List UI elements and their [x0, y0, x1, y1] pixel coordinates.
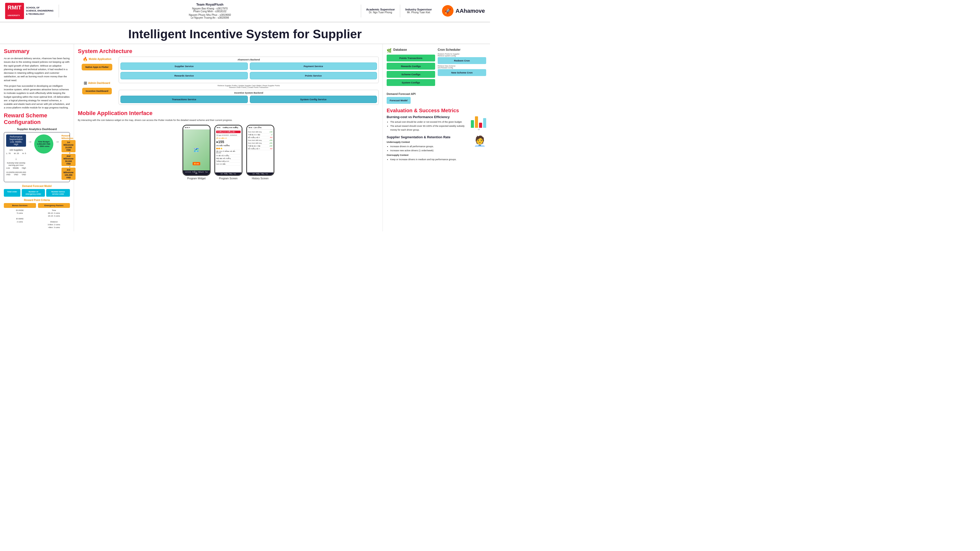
bar-2 — [475, 116, 478, 128]
rmit-badge: RMIT UNIVERSITY — [5, 3, 24, 19]
lmh-value-bar: Low Middle High — [6, 167, 26, 169]
chart-bars — [471, 115, 486, 128]
phone-header-program: 18:51 Chương trình thưởng — [215, 125, 242, 130]
rmit-logo: RMIT UNIVERSITY SCHOOL OF SCIENCE, ENGIN… — [5, 3, 54, 19]
bar-1 — [471, 120, 474, 128]
reward-scheme-title: Reward Scheme Configuration — [4, 112, 70, 125]
segmentation-area: Supplier Segmentation & Retention Rate U… — [387, 135, 486, 163]
phone-list-history: Hoàn thành đơn hàng+163 Thiết lập tài vi… — [247, 130, 274, 172]
phone-list-program: Chương trình thưởng tuần Từ ngày 02/19/2… — [215, 130, 242, 172]
new-scheme-cron-box: New Scheme Cron — [438, 69, 486, 76]
leaf-icon: 🌿 — [387, 48, 392, 53]
cron-section: Cron Scheduler Redeem Points for Supplie… — [438, 48, 486, 86]
ahamove-icon: 🚀 — [442, 5, 453, 17]
arch-title: System Architecture — [78, 48, 379, 55]
mobile-title: Mobile Application Interface — [78, 110, 379, 117]
bar-4 — [483, 118, 486, 128]
mobile-interface-section: Mobile Application Interface By interact… — [78, 110, 379, 180]
history-item-5: Hoàn thành đơn hàng+300 — [248, 142, 272, 144]
program-item-1: Từ ngày 02/19/2023 - 20/09/2023 — [216, 134, 241, 137]
cron-note-text-1: Redeem Points for SupplierRetrieve syste… — [438, 53, 486, 57]
program-coin-count: ●155 — [216, 140, 241, 144]
phone-screen-widget: 18:51 ▾ 🗺️ 🪙 155 Lịch trình Phổng Thống … — [183, 125, 210, 175]
bonus-services-items: EV-RIDE5 coinsEV-BIKE2 coins — [4, 209, 36, 223]
history-item-7: Đổi thưởng mốc 4-400 — [248, 148, 272, 150]
demand-forecast: Demand Forecast Model Total order Number… — [4, 185, 70, 197]
demand-api-section: Demand Forecast API Forecast Model — [387, 92, 486, 104]
phone-header-history: 18:51 Lịch sử Xu — [247, 125, 274, 130]
redeem-cron-box: Redeem Cron — [438, 57, 486, 64]
forecast-box-2: Number of emergency order — [22, 189, 45, 197]
bonus-services-box: Bonus Services — [4, 203, 36, 208]
phone-widget: 18:51 ▾ 🗺️ 🪙 155 Lịch trình Phổng Thống … — [183, 125, 210, 176]
reward-milestones: 1st Milestone 10,000 VND 2nd Milestone 5… — [62, 140, 76, 180]
segmentation-title: Supplier Segmentation & Retention Rate — [387, 135, 471, 139]
ahamove-logo: 🚀 AAhamove — [442, 5, 485, 17]
left-column: Summary As an on-demand delivery service… — [0, 44, 74, 231]
cron-note-2: Retrieve New Schemeand Reward Config New… — [438, 65, 486, 76]
vnd-label-row: VND VND VND — [6, 173, 26, 176]
incentive-backend-grid: Transactions Service System Config Servi… — [121, 96, 377, 103]
phone-screen-history: 18:51 Lịch sử Xu Hoàn thành đơn hàng+163… — [247, 125, 274, 175]
right-column: 🌿 Database Points Transactions Rewards C… — [383, 44, 490, 231]
subsidy-label: Subsidy total weekly earning-per-hour — [6, 162, 26, 166]
phone-history: 18:51 Lịch sử Xu Hoàn thành đơn hàng+163… — [246, 125, 274, 176]
mobile-app-section: 🔥 Mobile Application Native Apps & Flutt… — [78, 57, 116, 70]
interface-desc: By interacting with the coin balance wid… — [78, 119, 379, 122]
arrow-right-icon: → — [28, 140, 32, 144]
middle-column: System Architecture 🔥 Mobile Application… — [74, 44, 383, 231]
db-header: 🌿 Database — [387, 48, 435, 53]
arrow-down: ↓ — [6, 157, 26, 161]
perf-seg-area: Performance Segmentation Low, Middle, Hi… — [6, 135, 26, 176]
forecast-box-3: Number bonus service order — [46, 189, 70, 197]
phone-header-widget: 18:51 ▾ — [183, 125, 210, 130]
content-area: Summary As an on-demand delivery service… — [0, 44, 490, 231]
mobile-app-label: Mobile Application — [89, 58, 111, 60]
screenshot-label-history: History Screen — [252, 177, 269, 180]
budget-line3: = 2500 coins — [38, 145, 49, 148]
forecast-boxes: Total order Number of emergency order Nu… — [4, 189, 70, 197]
history-item-1: Hoàn thành đơn hàng+163 — [248, 130, 272, 133]
system-config-service-box: System Config Service — [250, 96, 377, 103]
budget-line1: Total Budget — [38, 141, 49, 143]
perf-seg-box: Performance Segmentation Low, Middle, Hi… — [6, 135, 26, 147]
forecast-model-row: Forecast Model — [387, 97, 486, 104]
oversupply-label: Oversupply Context — [387, 153, 471, 157]
cron-note-1: Redeem Points for SupplierRetrieve syste… — [438, 53, 486, 64]
chart-label: 📊 — [471, 128, 486, 130]
map-widget-overlay: 🪙 155 — [192, 162, 200, 165]
rmit-label: RMIT — [8, 4, 21, 11]
criteria-branch-2: Emergency Factors Time06-10: 2 coins16-1… — [38, 203, 70, 229]
native-flutter-box: Native Apps & Flutter — [82, 64, 112, 70]
forecast-model-box: Forecast Model — [387, 97, 410, 104]
db-item-2: Scheme Configs — [387, 71, 435, 78]
reward-scheme-section: Reward Scheme Configuration Supplier Ana… — [4, 112, 70, 229]
admin-dashboard-section: ⊞ Admin Dashboard Incentive Dashboard — [78, 81, 116, 94]
school-text: SCHOOL OF SCIENCE, ENGINEERING & TECHNOL… — [26, 6, 54, 16]
supplier-service-box: Supplier Service — [121, 62, 248, 70]
segmentation-text: Supplier Segmentation & Retention Rate U… — [387, 135, 471, 163]
fire-icon: 🔥 — [83, 57, 88, 62]
page-header: RMIT UNIVERSITY SCHOOL OF SCIENCE, ENGIN… — [0, 0, 490, 22]
right-arrow-2: → — [56, 135, 59, 144]
milestone-detail: Chi tiết mốc thưởng — [216, 154, 241, 157]
criteria-tree: Bonus Services EV-RIDE5 coinsEV-BIKE2 co… — [4, 203, 70, 229]
rmit-university: UNIVERSITY — [8, 14, 20, 17]
arch-backends: Ahamove's Backend Supplier Service Payme… — [119, 57, 379, 105]
history-item-2: Thiết lập tài vi điện+2 — [248, 133, 272, 136]
db-item-3: System Configs — [387, 79, 435, 86]
history-item-6: Thiết lập lại vi điện+300 — [248, 144, 272, 148]
db-items-list: Points Transactions Rewards Configs Sche… — [387, 55, 435, 86]
ahamove-a: A — [455, 8, 460, 14]
perf-seg-line2: Low, Middle, High — [10, 141, 22, 146]
payment-service-box: Payment Service — [250, 62, 377, 70]
rewards-service-box: Rewards Service — [121, 72, 248, 79]
team-members-2: Nguyen Phuoc Nhu Phuc - s3819660 Le Nguy… — [64, 14, 356, 19]
analytics-label: Supplier Analytics Dashboard — [4, 127, 70, 130]
milestone-2-label: 2nd Milestone 50,000 VND — [62, 154, 76, 166]
connection-notes: Retrieve Supplier Profile | Update Suppl… — [119, 85, 379, 88]
vnd-row: 10,000 50,000 100,000 — [6, 171, 26, 173]
phone-program: 18:51 Chương trình thưởng Chương trình t… — [215, 125, 242, 176]
admin-dashboard-label: Admin Dashboard — [88, 82, 110, 84]
evaluation-section: Evaluation & Success Metrics 📊 Burning-c… — [387, 108, 486, 163]
